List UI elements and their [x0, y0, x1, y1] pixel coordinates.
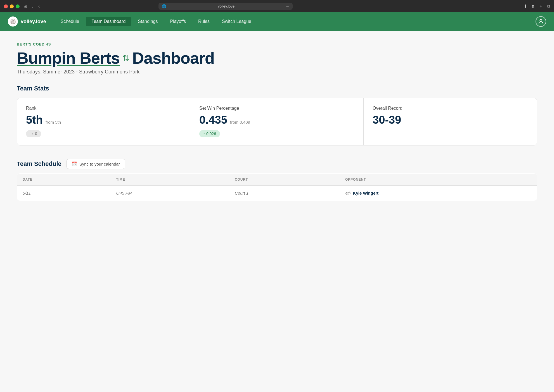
calendar-icon: 📅 — [72, 161, 77, 166]
stat-value-winpct: 0.435 — [199, 114, 227, 126]
svg-point-0 — [540, 20, 542, 21]
table-row: 5/11 6:45 PM Court 1 4th Kyle Wingert — [17, 186, 537, 201]
close-button[interactable] — [4, 4, 8, 8]
stat-badge-winpct: ↑ 0.026 — [199, 130, 220, 137]
stat-value-rank: 5th — [26, 114, 43, 126]
user-avatar[interactable] — [536, 16, 546, 27]
table-header-row: DATE TIME COURT OPPONENT — [17, 174, 537, 186]
nav-links: Schedule Team Dashboard Standings Playof… — [55, 17, 536, 26]
stat-label-winpct: Set Win Percentage — [199, 106, 354, 111]
sync-calendar-button[interactable]: 📅 Sync to your calendar — [67, 159, 125, 169]
schedule-header: Team Schedule 📅 Sync to your calendar — [17, 159, 537, 169]
browser-toolbar: ⬇ ⬆ ＋ ⧉ — [524, 3, 550, 9]
stat-value-row-record: 30-39 — [373, 114, 528, 126]
cell-time: 6:45 PM — [110, 186, 229, 201]
stat-card-winpct: Set Win Percentage 0.435 from 0.409 ↑ 0.… — [190, 98, 364, 145]
team-switch-icon[interactable]: ⇅ — [122, 53, 129, 63]
share-icon[interactable]: ⬆ — [531, 4, 535, 9]
logo-text: volley.love — [21, 19, 46, 25]
sync-button-label: Sync to your calendar — [79, 162, 120, 166]
nav-team-dashboard[interactable]: Team Dashboard — [86, 17, 131, 26]
chevron-down-icon[interactable]: ⌄ — [31, 4, 34, 8]
back-button[interactable]: ‹ — [37, 3, 41, 9]
stat-from-winpct: from 0.409 — [230, 120, 250, 125]
sidebar-icon[interactable]: ⊞ — [23, 4, 27, 9]
team-subtitle: Thursdays, Summer 2023 - Strawberry Comm… — [17, 69, 537, 75]
cell-opponent: 4th Kyle Wingert — [340, 186, 537, 201]
maximize-button[interactable] — [16, 4, 20, 8]
stat-label-rank: Rank — [26, 106, 181, 111]
stat-card-rank: Rank 5th from 5th → 0 — [17, 98, 190, 145]
opponent-inner: 4th Kyle Wingert — [345, 191, 531, 195]
address-bar[interactable]: 🌐 volley.love ··· — [158, 3, 293, 10]
nav-logo[interactable]: 🏐 volley.love — [8, 16, 46, 27]
stat-value-record: 30-39 — [373, 114, 401, 126]
new-tab-icon[interactable]: ＋ — [539, 3, 543, 9]
dashboard-word: Dashboard — [132, 49, 214, 67]
opponent-name: Kyle Wingert — [353, 191, 379, 195]
globe-icon: 🌐 — [162, 4, 166, 8]
stats-section-title: Team Stats — [17, 85, 537, 92]
logo-icon: 🏐 — [8, 16, 18, 27]
url-display: volley.love — [169, 4, 284, 8]
main-content: BERT'S COED 4S Bumpin Berts ⇅ Dashboard … — [0, 31, 554, 392]
cell-court: Court 1 — [229, 186, 340, 201]
download-icon[interactable]: ⬇ — [524, 4, 527, 9]
col-court: COURT — [229, 174, 340, 186]
schedule-table: DATE TIME COURT OPPONENT 5/11 6:45 PM Co… — [17, 173, 537, 201]
minimize-button[interactable] — [10, 4, 14, 8]
stats-grid: Rank 5th from 5th → 0 Set Win Percentage… — [17, 98, 537, 145]
traffic-lights — [4, 4, 20, 8]
nav-rules[interactable]: Rules — [193, 17, 215, 26]
nav-switch-league[interactable]: Switch League — [216, 17, 257, 26]
nav-schedule[interactable]: Schedule — [55, 17, 85, 26]
nav-playoffs[interactable]: Playoffs — [164, 17, 191, 26]
opponent-rank: 4th — [345, 191, 351, 195]
stat-value-row-winpct: 0.435 from 0.409 — [199, 114, 354, 126]
col-date: DATE — [17, 174, 111, 186]
cell-date: 5/11 — [17, 186, 111, 201]
stat-value-row-rank: 5th from 5th — [26, 114, 181, 126]
col-time: TIME — [110, 174, 229, 186]
col-opponent: OPPONENT — [340, 174, 537, 186]
more-icon[interactable]: ··· — [286, 4, 289, 8]
stat-from-rank: from 5th — [46, 120, 61, 125]
team-title-row: Bumpin Berts ⇅ Dashboard — [17, 49, 537, 67]
stat-label-record: Overall Record — [373, 106, 528, 111]
stat-card-record: Overall Record 30-39 — [364, 98, 537, 145]
nav-bar: 🏐 volley.love Schedule Team Dashboard St… — [0, 12, 554, 31]
browser-chrome: ⊞ ⌄ ‹ 🌐 volley.love ··· ⬇ ⬆ ＋ ⧉ — [0, 0, 554, 12]
stat-badge-rank: → 0 — [26, 130, 41, 137]
league-label: BERT'S COED 4S — [17, 42, 537, 46]
schedule-section-title: Team Schedule — [17, 160, 61, 168]
nav-standings[interactable]: Standings — [132, 17, 163, 26]
tab-overview-icon[interactable]: ⧉ — [547, 4, 550, 9]
team-name: Bumpin Berts — [17, 49, 120, 67]
